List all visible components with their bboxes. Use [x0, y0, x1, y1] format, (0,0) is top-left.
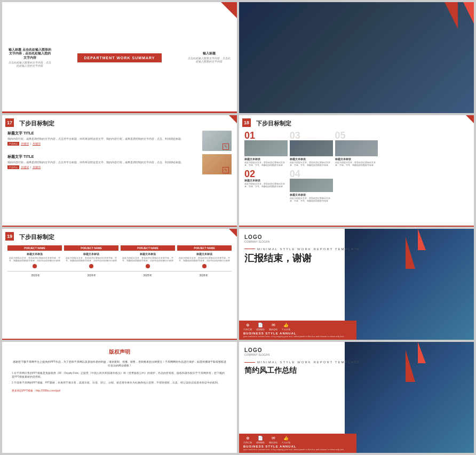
final-personal-label: 个人计划	[282, 441, 290, 444]
icon-project: ✉ 项目总结	[269, 323, 277, 331]
label-02: 标题文本标设	[244, 179, 288, 182]
input-label-left: 输入标题 点击此处输入图形的文字内容，点击此处输入您的文字内容 点击此处输入图形…	[9, 48, 51, 68]
item-2-title: 标题文字 TITLE	[7, 154, 199, 159]
tl-dot-4	[202, 264, 207, 268]
year-2: 2024年	[87, 274, 96, 277]
tl-sublabel-4: 标题文本标说	[177, 252, 232, 256]
year-4: 2026年	[199, 274, 208, 277]
label-04: 标题文本标设	[290, 193, 333, 196]
tl-body-4: 标题文本标说 此处为您提示文本，意思此些位置标识文本来字体，字号，和颜色按照图形…	[177, 252, 232, 262]
tl-subcontent-3: 此处为您提示文本，意思此些位置标识文本来字体，字号，和颜色按照图形字体来，示好符…	[121, 257, 175, 262]
tl-subcontent-2: 此处为您提示文本，意思此些位置标识文本来字体，字号，和颜色按照图形字体来，示好符…	[64, 257, 118, 262]
tag-sep: |	[30, 142, 31, 146]
final-work-icon: ⊕	[246, 436, 250, 441]
tl-dot-3	[146, 264, 150, 268]
big-num-02: 02	[244, 169, 288, 179]
year-1: 2023年	[31, 274, 39, 277]
tl-sublabel-3: 标题文本标说	[121, 252, 175, 256]
year-3: 2025年	[143, 274, 152, 277]
item-1-text: 标题文字 TITLE 我的内容行程，成果是调控制的文字内容，点击并平台标题，并简…	[7, 131, 199, 146]
final-bar-sub: your content is content here, or by copy…	[243, 448, 352, 451]
tl-header-2: PORJECT NAME	[64, 245, 118, 251]
num-item-05: 05 标题文本标设 此处为您提示文本，意思此些位置标识文本来，字体、字号、和颜色…	[335, 131, 378, 166]
img-05	[335, 140, 378, 156]
slide-18-grid: 01 标题文本标设 此处为您提示文本，意思此些位置标识文本来，字体、字号、和颜色…	[244, 131, 469, 202]
work-report-icon: ⊕	[246, 323, 250, 328]
item-2-body: 我的内容行程，成果是调控制的文字内容，点击并平台标题，并简单说明这里文字。我的内…	[7, 161, 199, 164]
closing-subtitle: MINIMAL STYLE WORK REPORT TEMPLATE	[244, 248, 469, 251]
work-report-label: 工作汇报	[243, 328, 252, 331]
input-title-left: 输入标题 点击此处输入图形的文字内容，点击此处输入您的文字内容	[9, 48, 51, 60]
slide-closing: LOGO COMPANY SLOGAN MINIMAL STYLE WORK R…	[239, 229, 474, 340]
tl-body-3: 标题文本标说 此处为您提示文本，意思此些位置标识文本来字体，字号，和颜色按照图形…	[121, 252, 175, 262]
final-tri-a	[406, 350, 415, 382]
copyright-intro: 感谢您下载千库网平台上提供的PPT作品，为了您和千库网以及原创作者的利益，请勿复…	[12, 360, 227, 368]
final-project-label: 项目总结	[269, 441, 277, 444]
tl-header-4: PORJECT NAME	[177, 245, 232, 251]
big-num-05: 05	[335, 131, 378, 140]
slide-17-content: 标题文字 TITLE 我的内容行程，成果是调控制的文字内容，点击并平台标题，并简…	[7, 131, 232, 174]
personal-label: 个人计划	[282, 328, 290, 331]
body-03: 此处为您提示文本，意思此些位置标识文本来，字体、字号、和颜色按照图形字体来	[290, 161, 333, 166]
item-2-image: ✎	[202, 154, 232, 174]
big-num-04: 04	[290, 169, 333, 179]
timeline-bar	[7, 271, 232, 272]
slide-19-title: 下步目标制定	[19, 233, 232, 241]
num-item-02: 02 标题文本标设 此处为您提示文本，意思此些位置标识文本来，字体、字号、和颜色…	[244, 169, 288, 202]
final-project-icon: ✉	[272, 436, 275, 441]
copyright-link: 更多精品PPT模板：http://588ku.com/ppt/	[12, 389, 227, 392]
closing-tri-a	[406, 237, 415, 269]
img-03	[290, 140, 333, 156]
tl-col-1: PORJECT NAME 标题文本标说 此处为您提示文本，意思此些位置标识文本来…	[7, 245, 62, 270]
slide-number-19: 19	[5, 232, 14, 241]
item-1-tags: 产品特点 关键词 | 关键词	[7, 142, 199, 146]
bottom-line-19	[2, 339, 237, 340]
slide-final: LOGO COMPANY SLOGAN MINIMAL STYLE WORK R…	[239, 342, 474, 453]
input-body-left: 点击此处输入图形的文字内容，点击此处输入您的文字内容	[9, 61, 51, 68]
final-icon-personal: 👍 个人计划	[282, 436, 290, 444]
final-content: LOGO COMPANY SLOGAN MINIMAL STYLE WORK R…	[244, 347, 469, 375]
num-item-01: 01 标题文本标设 此处为您提示文本，意思此些位置标识文本来，字体、字号、和颜色…	[244, 131, 288, 166]
final-icon-work: ⊕ 工作汇报	[243, 436, 252, 444]
final-subtitle: MINIMAL STYLE WORK REPORT TEMPLATE	[244, 361, 469, 364]
label-03: 标题文本标设	[290, 157, 333, 161]
closing-logo: LOGO	[244, 234, 469, 240]
item-1-image: ✎	[202, 131, 232, 151]
closing-logo-area: LOGO COMPANY SLOGAN	[244, 234, 469, 243]
slide-grid: 输入标题 点击此处输入图形的文字内容，点击此处输入您的文字内容 点击此处输入图形…	[0, 0, 476, 455]
input-body-right: 点击此处输入图形文字内容，点击此处输入图形的文字内容	[188, 57, 231, 63]
tl-subcontent-1: 此处为您提示文本，意思此些位置标识文本来字体，字号，和颜色按照图形字体来，示好符…	[7, 257, 62, 262]
big-num-03: 03	[290, 131, 333, 140]
building-bg	[239, 2, 474, 113]
bottom-line-18	[239, 226, 474, 227]
tag-product: 产品特点	[7, 142, 19, 146]
bottom-line-17	[2, 226, 237, 227]
closing-slogan: COMPANY SLOGAN	[244, 240, 469, 243]
closing-icons-row: ⊕ 工作汇报 📄 述职报告 ✉ 项目总结 👍 个人计划	[243, 323, 352, 331]
title-section: 输入标题 点击此处输入图形的文字内容，点击此处输入您的文字内容 点击此处输入图形…	[2, 44, 237, 72]
closing-bottom-bar: ⊕ 工作汇报 📄 述职报告 ✉ 项目总结 👍 个人计划 BUSINESS STY…	[239, 321, 356, 340]
item-2-tags: 产品特点 关键词 | 关键词	[7, 165, 199, 169]
tag-keyword1: 关键词	[21, 142, 29, 146]
year-row: 2023年 2024年 2025年 2026年	[7, 274, 232, 277]
final-tri-b	[418, 342, 426, 363]
bottom-red-line	[2, 111, 237, 113]
copyright-item-2: 2.不得将千库网的PPT模板、PPT素材，本身用于再出售，或者出租、出借、转让、…	[12, 381, 227, 385]
project-icon: ✉	[272, 323, 275, 328]
icon-work-report: ⊕ 工作汇报	[243, 323, 252, 331]
corner-decoration-19	[226, 229, 237, 240]
body-04: 此处为您提示文本，意思此些位置标识文本来，字体、字号、和颜色按照图形字体来	[290, 197, 333, 202]
body-02: 此处为您提示文本，意思此些位置标识文本来，字体、字号、和颜色按照图形字体来	[244, 182, 288, 188]
tag-sep-2: |	[30, 165, 31, 169]
tl-body-1: 标题文本标说 此处为您提示文本，意思此些位置标识文本来字体，字号，和颜色按照图形…	[7, 252, 62, 262]
corner-decoration-17	[226, 115, 237, 126]
copyright-item-1: 1.在千库网出售的PPT模板是免版税类（RF：Royalty-Free）正版受《…	[12, 371, 227, 379]
personal-icon: 👍	[283, 323, 289, 328]
final-work-label: 工作汇报	[243, 441, 252, 444]
input-title-right: 输入标题	[188, 52, 231, 56]
copyright-title: 版权声明	[12, 348, 227, 356]
tl-header-3: PORJECT NAME	[121, 245, 175, 251]
tl-body-2: 标题文本标说 此处为您提示文本，意思此些位置标识文本来字体，字号，和颜色按照图形…	[64, 252, 118, 262]
final-main-title: 简约风工作总结	[244, 366, 469, 375]
edit-icon-2: ✎	[223, 167, 229, 173]
